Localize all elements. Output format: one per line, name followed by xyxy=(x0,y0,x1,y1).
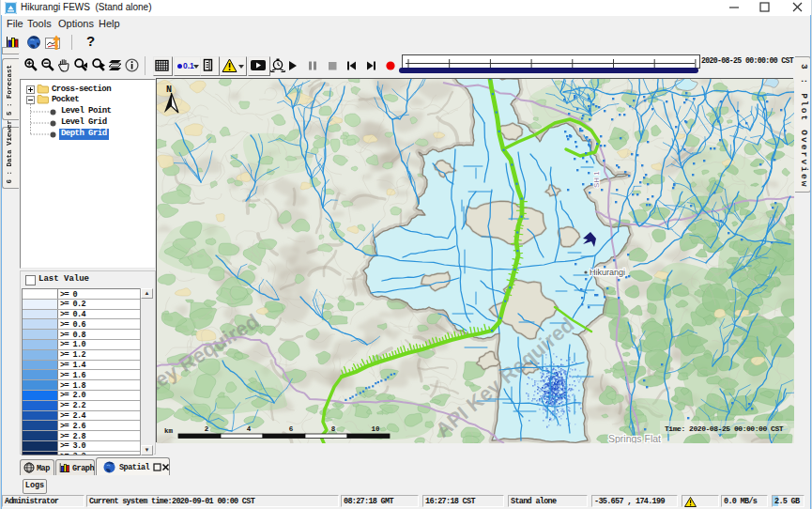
svg-text:km: km xyxy=(164,427,174,435)
svg-text:4: 4 xyxy=(247,425,252,433)
svg-text:6: 6 xyxy=(289,425,294,433)
svg-text:Hikurangi: Hikurangi xyxy=(590,268,625,277)
svg-text:SH 1: SH 1 xyxy=(592,171,601,188)
svg-text:10: 10 xyxy=(371,425,380,433)
svg-text:Springs Flat: Springs Flat xyxy=(608,433,661,443)
svg-text:8: 8 xyxy=(331,425,336,433)
svg-text:Time: 2020-08-25 00:00:00 CST: Time: 2020-08-25 00:00:00 CST xyxy=(665,424,784,433)
svg-text:2: 2 xyxy=(205,425,209,433)
